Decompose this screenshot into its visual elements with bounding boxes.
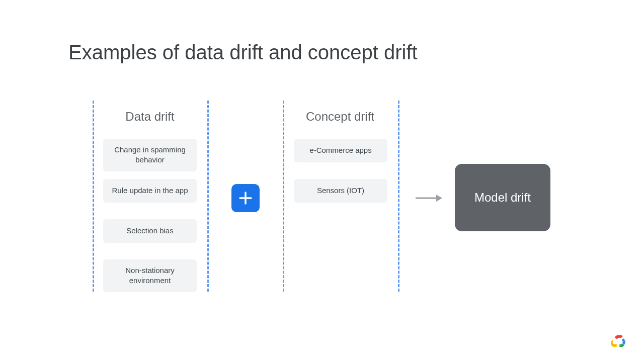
- card-data-drift-item: Selection bias: [103, 219, 197, 243]
- card-label: Selection bias: [126, 226, 173, 236]
- card-data-drift-item: Non-stationary environment: [103, 259, 197, 292]
- divider-line: [207, 101, 209, 292]
- svg-marker-3: [436, 195, 442, 202]
- divider-line: [398, 101, 399, 292]
- card-label: Non-stationary environment: [108, 265, 192, 286]
- card-concept-drift-item: e-Commerce apps: [294, 139, 387, 162]
- result-label: Model drift: [474, 190, 531, 205]
- google-cloud-logo-icon: [609, 334, 626, 348]
- slide-title: Examples of data drift and concept drift: [68, 41, 418, 64]
- column-heading-data-drift: Data drift: [93, 110, 207, 124]
- card-label: Rule update in the app: [112, 186, 188, 196]
- slide: Examples of data drift and concept drift…: [0, 0, 644, 362]
- plus-icon: [231, 184, 260, 212]
- divider-line: [93, 101, 94, 292]
- card-data-drift-item: Change in spamming behavior: [103, 139, 197, 171]
- card-label: Sensors (IOT): [317, 186, 364, 196]
- card-data-drift-item: Rule update in the app: [103, 179, 197, 203]
- divider-line: [283, 101, 284, 292]
- arrow-right-icon: [415, 194, 442, 202]
- card-label: Change in spamming behavior: [108, 145, 192, 165]
- result-model-drift: Model drift: [455, 164, 550, 231]
- column-heading-concept-drift: Concept drift: [283, 110, 397, 124]
- card-concept-drift-item: Sensors (IOT): [294, 179, 387, 203]
- card-label: e-Commerce apps: [309, 145, 371, 155]
